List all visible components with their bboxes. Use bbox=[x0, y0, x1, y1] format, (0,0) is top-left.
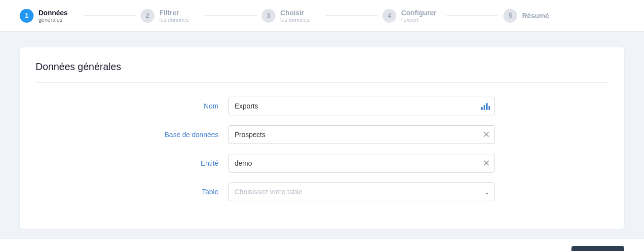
step-3: 3 Choisir les données bbox=[262, 9, 382, 23]
database-input[interactable] bbox=[228, 125, 495, 144]
database-clear-icon[interactable]: ✕ bbox=[483, 129, 490, 140]
step-1-text: Données générales bbox=[38, 9, 68, 23]
entite-field: ✕ bbox=[228, 154, 495, 173]
table-row: Table Choisissez votre table ⌄ bbox=[150, 182, 495, 201]
cancel-button[interactable]: Annuler bbox=[20, 247, 47, 251]
step-5-text: Résumé bbox=[522, 12, 549, 20]
nom-label: Nom bbox=[150, 102, 228, 110]
step-4-circle: 4 bbox=[382, 9, 396, 23]
step-3-circle: 3 bbox=[262, 9, 275, 23]
table-select[interactable]: Choisissez votre table bbox=[228, 182, 495, 201]
step-3-title: Choisir bbox=[280, 9, 309, 17]
stepper: 1 Données générales 2 Filtrer les donnée… bbox=[0, 0, 644, 32]
step-3-subtitle: les données bbox=[280, 17, 309, 23]
step-5-title: Résumé bbox=[522, 12, 549, 20]
form-card: Données générales Nom Base de données bbox=[20, 47, 624, 229]
step-1: 1 Données générales bbox=[20, 9, 141, 23]
step-3-text: Choisir les données bbox=[280, 9, 309, 23]
bar-chart-icon[interactable] bbox=[481, 102, 490, 110]
divider bbox=[36, 82, 608, 83]
nom-field bbox=[228, 97, 495, 115]
table-label: Table bbox=[150, 188, 228, 196]
table-field: Choisissez votre table ⌄ bbox=[228, 182, 495, 201]
nom-row: Nom bbox=[150, 97, 495, 115]
step-1-title: Données bbox=[38, 9, 68, 17]
card-title: Données générales bbox=[36, 61, 608, 72]
database-row: Base de données ✕ bbox=[150, 125, 495, 144]
step-4: 4 Configurer l'export bbox=[382, 9, 503, 23]
database-field: ✕ bbox=[228, 125, 495, 144]
next-button[interactable]: Suivant bbox=[571, 246, 624, 251]
step-2-circle: 2 bbox=[141, 9, 154, 23]
database-label: Base de données bbox=[150, 131, 228, 139]
step-2: 2 Filtrer les données bbox=[141, 9, 262, 23]
step-1-subtitle: générales bbox=[38, 17, 68, 23]
step-2-text: Filtrer les données bbox=[159, 9, 189, 23]
entite-label: Entité bbox=[150, 159, 228, 167]
step-4-text: Configurer l'export bbox=[401, 9, 437, 23]
step-5-circle: 5 bbox=[503, 9, 517, 23]
step-2-title: Filtrer bbox=[159, 9, 189, 17]
entite-input[interactable] bbox=[228, 154, 495, 173]
nom-input[interactable] bbox=[228, 97, 495, 115]
entite-row: Entité ✕ bbox=[150, 154, 495, 173]
entite-clear-icon[interactable]: ✕ bbox=[483, 158, 490, 169]
footer: Annuler Suivant bbox=[0, 239, 644, 251]
step-1-circle: 1 bbox=[20, 9, 34, 23]
step-4-subtitle: l'export bbox=[401, 17, 437, 23]
main-content: Données générales Nom Base de données bbox=[0, 32, 644, 239]
step-5: 5 Résumé bbox=[503, 9, 624, 23]
step-4-title: Configurer bbox=[401, 9, 437, 17]
step-2-subtitle: les données bbox=[159, 17, 189, 23]
